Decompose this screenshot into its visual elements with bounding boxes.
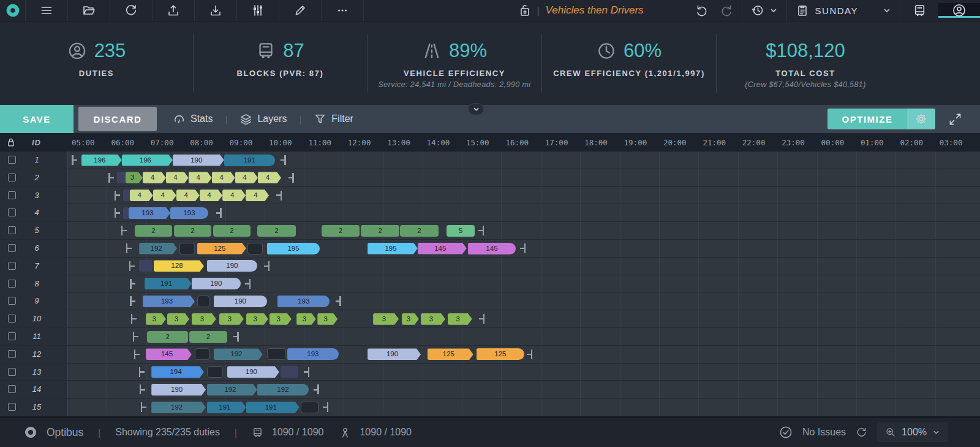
row-checkbox[interactable] <box>8 208 16 216</box>
open-button[interactable] <box>68 0 110 21</box>
preferences-button[interactable] <box>237 0 279 21</box>
row-checkbox[interactable] <box>8 174 16 181</box>
idle-block[interactable] <box>139 260 153 272</box>
row-checkbox[interactable] <box>8 262 16 270</box>
trip-block[interactable]: 125 <box>428 348 473 360</box>
idle-block[interactable] <box>117 172 126 183</box>
export-button[interactable] <box>153 0 195 21</box>
trip-block[interactable]: 3 <box>146 313 166 325</box>
trip-block[interactable]: 3 <box>317 313 337 325</box>
trip-block[interactable]: 193 <box>277 296 330 307</box>
optibus-logo[interactable] <box>0 0 26 21</box>
trip-block[interactable]: 3 <box>421 313 445 325</box>
trip-block[interactable]: 195 <box>267 243 320 254</box>
row-checkbox[interactable] <box>8 368 16 376</box>
trip-block[interactable]: 190 <box>227 366 279 378</box>
undo-icon[interactable] <box>695 4 709 17</box>
trip-block[interactable]: 2 <box>257 225 296 237</box>
row-checkbox[interactable] <box>8 244 16 252</box>
trip-block[interactable]: 2 <box>147 331 188 343</box>
save-button[interactable]: SAVE <box>0 105 74 133</box>
trip-block[interactable]: 3 <box>270 313 292 325</box>
trip-block[interactable]: 4 <box>166 172 189 183</box>
trip-block[interactable]: 145 <box>418 243 467 254</box>
trip-block[interactable]: 196 <box>81 155 122 166</box>
layers-toggle[interactable]: Layers <box>239 113 287 126</box>
trip-block[interactable]: 195 <box>368 243 418 254</box>
trip-block[interactable]: 196 <box>122 155 173 166</box>
discard-button[interactable]: DISCARD <box>78 107 157 131</box>
trip-block[interactable]: 191 <box>145 278 192 289</box>
trip-block[interactable]: 193 <box>287 348 339 360</box>
trip-block[interactable]: 4 <box>246 189 269 201</box>
day-selector[interactable]: SUNDAY <box>787 0 900 21</box>
trip-block[interactable]: 3 <box>246 313 268 325</box>
trip-block[interactable]: 4 <box>176 189 200 201</box>
trip-block[interactable]: 4 <box>258 172 281 183</box>
optimize-settings-button[interactable] <box>907 109 935 129</box>
trip-block[interactable]: 5 <box>447 225 475 237</box>
trip-block[interactable]: 4 <box>200 189 222 201</box>
trip-block[interactable]: 4 <box>235 172 258 183</box>
trip-block[interactable]: 193 <box>143 296 195 307</box>
row-checkbox[interactable] <box>8 385 16 393</box>
trip-block[interactable]: 192 <box>151 402 206 413</box>
trip-block[interactable]: 125 <box>197 243 246 254</box>
trip-block[interactable]: 192 <box>257 384 309 395</box>
idle-block[interactable] <box>197 296 209 307</box>
trip-block[interactable]: 145 <box>146 348 192 360</box>
menu-button[interactable] <box>26 0 68 21</box>
trip-block[interactable]: 3 <box>448 313 472 325</box>
filter-toggle[interactable]: Filter <box>314 113 353 126</box>
trip-block[interactable]: 2 <box>213 225 251 237</box>
refresh-icon[interactable] <box>856 427 867 438</box>
trip-block[interactable]: 3 <box>219 313 244 325</box>
trip-block[interactable]: 191 <box>224 155 275 166</box>
edit-button[interactable] <box>279 0 322 21</box>
trip-block[interactable]: 192 <box>214 348 263 360</box>
trip-block[interactable]: 4 <box>143 172 166 183</box>
trip-block[interactable]: 4 <box>153 189 176 201</box>
trip-block[interactable]: 3 <box>373 313 399 325</box>
import-button[interactable] <box>195 0 237 21</box>
idle-block[interactable] <box>267 348 286 360</box>
trip-block[interactable]: 2 <box>322 225 360 237</box>
trip-block[interactable]: 192 <box>139 243 177 254</box>
trip-block[interactable]: 4 <box>212 172 235 183</box>
idle-block[interactable] <box>123 207 129 219</box>
idle-block[interactable] <box>207 366 223 378</box>
lock-icon[interactable] <box>518 4 531 17</box>
more-button[interactable] <box>322 0 364 21</box>
trip-block[interactable]: 193 <box>170 207 208 219</box>
row-checkbox[interactable] <box>8 191 16 199</box>
trip-block[interactable]: 190 <box>192 278 241 289</box>
trip-block[interactable]: 3 <box>402 313 419 325</box>
idle-block[interactable] <box>195 348 209 360</box>
idle-block[interactable] <box>281 366 298 378</box>
collapse-panel-button[interactable] <box>468 103 484 115</box>
trip-block[interactable]: 2 <box>361 225 399 237</box>
trip-block[interactable]: 2 <box>174 225 211 237</box>
trip-block[interactable]: 3 <box>296 313 316 325</box>
trip-block[interactable]: 2 <box>135 225 172 237</box>
issues-label[interactable]: No Issues <box>802 427 846 438</box>
idle-block[interactable] <box>301 402 318 413</box>
trip-block[interactable]: 190 <box>207 260 257 272</box>
trip-block[interactable]: 3 <box>167 313 189 325</box>
trip-block[interactable]: 2 <box>400 225 439 237</box>
trip-block[interactable]: 4 <box>130 189 153 201</box>
row-checkbox[interactable] <box>8 297 16 305</box>
trip-block[interactable]: 125 <box>477 348 524 360</box>
trip-block[interactable]: 190 <box>151 384 206 395</box>
lock-column-icon[interactable] <box>6 137 16 147</box>
trip-block[interactable]: 190 <box>173 155 224 166</box>
trip-block[interactable]: 191 <box>246 402 300 413</box>
idle-block[interactable] <box>123 189 130 201</box>
idle-block[interactable] <box>179 243 195 254</box>
history-dropdown[interactable] <box>742 0 786 21</box>
trip-block[interactable]: 128 <box>154 260 204 272</box>
sync-button[interactable] <box>110 0 153 21</box>
scenario-title[interactable]: Vehicles then Drivers <box>546 4 644 17</box>
trip-block[interactable]: 194 <box>151 366 204 378</box>
row-checkbox[interactable] <box>8 315 16 323</box>
